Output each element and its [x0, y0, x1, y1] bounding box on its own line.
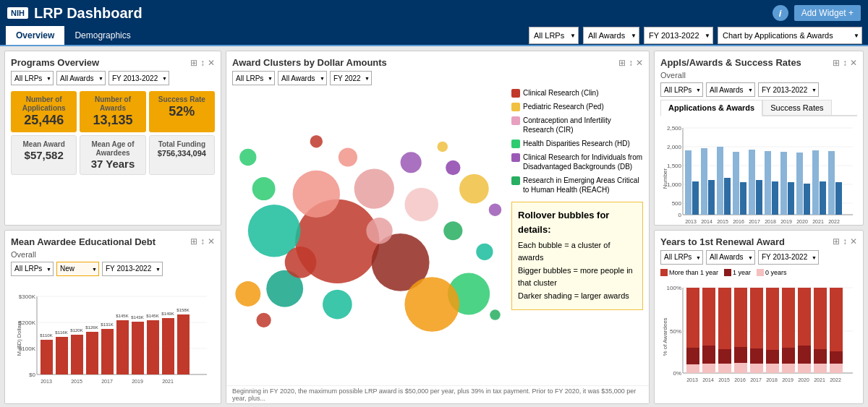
bar-app-2022	[828, 151, 835, 215]
renewal-awards-select[interactable]: All Awards	[706, 250, 755, 265]
legend-label-clin: Clinical Research (Clin)	[523, 88, 598, 98]
y-label-1500: 1,500	[667, 163, 682, 169]
clust-awards-select[interactable]: All Awards	[278, 71, 327, 85]
bubble-16[interactable]	[285, 247, 317, 278]
filter-awards-select[interactable]: All Awards	[583, 27, 639, 44]
bubble-13[interactable]	[459, 174, 489, 204]
apps-awards-wrapper: All Awards	[706, 82, 755, 97]
stat-applications-label: Number of Applications	[15, 95, 72, 113]
bubble-5[interactable]	[404, 188, 438, 222]
apps-fy-select[interactable]: FY 2013-2022	[758, 82, 819, 97]
filter-lrp-select[interactable]: All LRPs	[529, 27, 579, 44]
bubble-22[interactable]	[239, 149, 256, 166]
renewal-close-icon[interactable]: ✕	[850, 236, 857, 247]
bubble-8[interactable]	[323, 290, 352, 320]
bar-awd-2018	[772, 181, 778, 215]
apps-awards-title: Appls/Awards & Success Rates	[660, 57, 801, 68]
programs-pin-icon[interactable]: ↕	[200, 58, 205, 68]
tab-overview[interactable]: Overview	[6, 26, 64, 45]
bubble-9[interactable]	[252, 177, 276, 200]
bubble-25[interactable]	[256, 313, 271, 327]
tab-demographics[interactable]: Demographics	[64, 26, 140, 45]
bubble-3[interactable]	[293, 171, 340, 218]
debt-lrp-select[interactable]: All LRPs	[11, 262, 54, 276]
legend-item-reach: Research in Emerging Areas Critical to H…	[511, 176, 643, 194]
debt-fy-select[interactable]: FY 2013-2022	[102, 262, 163, 276]
bubble-10[interactable]	[443, 221, 462, 240]
clusters-pin-icon[interactable]: ↕	[629, 58, 633, 68]
r-bar-0yr-2017	[750, 364, 763, 373]
debt-bar-2022	[177, 314, 190, 374]
info-button[interactable]: i	[773, 5, 788, 21]
clusters-grid-icon[interactable]: ⊞	[618, 58, 626, 68]
debt-close-icon[interactable]: ✕	[208, 236, 215, 247]
tab-success-rates[interactable]: Success Rates	[762, 100, 831, 115]
apps-grid-icon[interactable]: ⊞	[833, 58, 840, 68]
bubble-17[interactable]	[366, 218, 392, 244]
stat-success: Success Rate 52%	[149, 91, 215, 132]
apps-awards-select[interactable]: All Awards	[706, 82, 755, 97]
debt-grid-icon[interactable]: ⊞	[190, 236, 197, 247]
bubble-19[interactable]	[310, 135, 323, 147]
bubble-23[interactable]	[489, 203, 501, 215]
legend-0yr: 0 years	[757, 269, 787, 276]
bar-awd-2014	[708, 180, 715, 215]
renewal-fy-select[interactable]: FY 2013-2022	[758, 250, 819, 265]
programs-close-icon[interactable]: ✕	[208, 58, 215, 68]
bubble-14[interactable]	[401, 152, 422, 173]
r-bar-more1yr-2013	[686, 288, 699, 348]
add-widget-button[interactable]: Add Widget +	[794, 5, 861, 21]
tab-applications-awards[interactable]: Applications & Awards	[660, 100, 762, 116]
nih-badge: NIH	[7, 7, 28, 19]
prog-fy-select[interactable]: FY 2013-2022	[109, 71, 169, 85]
filter-fy-select[interactable]: FY 2013-2022	[644, 27, 713, 44]
rollover-title: Rollover bubbles for details:	[518, 208, 637, 236]
clust-lrp-select[interactable]: All LRPs	[232, 71, 275, 85]
debt-x-2013: 2013	[41, 379, 52, 384]
bubble-20[interactable]	[476, 244, 493, 260]
prog-lrp-select[interactable]: All LRPs	[11, 71, 54, 85]
bubble-12[interactable]	[404, 277, 459, 332]
filter-awards-wrapper: All Awards	[583, 27, 639, 44]
legend-item-cir: Contraception and Infertility Research (…	[511, 116, 643, 134]
r-x-2014: 2014	[702, 377, 714, 382]
filter-charttype-select[interactable]: Chart by Applications & Awards	[718, 27, 862, 44]
debt-fy-wrapper: FY 2013-2022	[102, 262, 163, 276]
prog-awards-select[interactable]: All Awards	[56, 71, 106, 85]
bubble-4[interactable]	[354, 168, 394, 208]
bar-awd-2022	[835, 182, 842, 215]
programs-card-controls: ⊞ ↕ ✕	[190, 58, 215, 68]
debt-pin-icon[interactable]: ↕	[200, 236, 205, 247]
r-bar-1yr-2018	[766, 350, 779, 364]
r-x-2021: 2021	[814, 377, 825, 382]
apps-lrp-select[interactable]: All LRPs	[660, 82, 703, 97]
debt-bar-2015	[71, 335, 83, 374]
stat-mean-award-value: $57,582	[16, 149, 72, 161]
renewal-awards-wrapper: All Awards	[706, 250, 755, 265]
apps-close-icon[interactable]: ✕	[850, 58, 857, 68]
r-bar-1yr-2014	[702, 346, 715, 364]
renewal-lrp-select[interactable]: All LRPs	[660, 250, 703, 265]
apps-pin-icon[interactable]: ↕	[843, 58, 847, 68]
bubble-15[interactable]	[446, 160, 460, 175]
debt-type-select[interactable]: New Renewal	[56, 262, 99, 276]
programs-grid-icon[interactable]: ⊞	[190, 58, 197, 68]
bubble-24[interactable]	[438, 142, 448, 153]
debt-label-2014: $116K	[55, 330, 67, 335]
debt-label-2013: $110K	[40, 333, 52, 338]
debt-x-2017: 2017	[101, 379, 113, 384]
debt-label-2022: $158K	[176, 308, 189, 312]
legend-more1yr-dot	[660, 269, 668, 276]
renewal-card-controls: ⊞ ↕ ✕	[833, 236, 857, 247]
clusters-card-controls: ⊞ ↕ ✕	[618, 58, 643, 68]
clust-fy-select[interactable]: FY 2022	[330, 71, 372, 85]
bubble-26[interactable]	[490, 309, 501, 320]
renewal-pin-icon[interactable]: ↕	[843, 236, 847, 247]
clusters-legend: Clinical Research (Clin) Pediatric Resea…	[511, 88, 643, 194]
debt-type-wrapper: New Renewal	[56, 262, 99, 276]
bubble-21[interactable]	[235, 281, 260, 307]
renewal-grid-icon[interactable]: ⊞	[833, 236, 840, 247]
stat-awards-label: Number of Awards	[84, 95, 141, 113]
bubble-18[interactable]	[339, 147, 357, 166]
clusters-close-icon[interactable]: ✕	[636, 58, 643, 68]
